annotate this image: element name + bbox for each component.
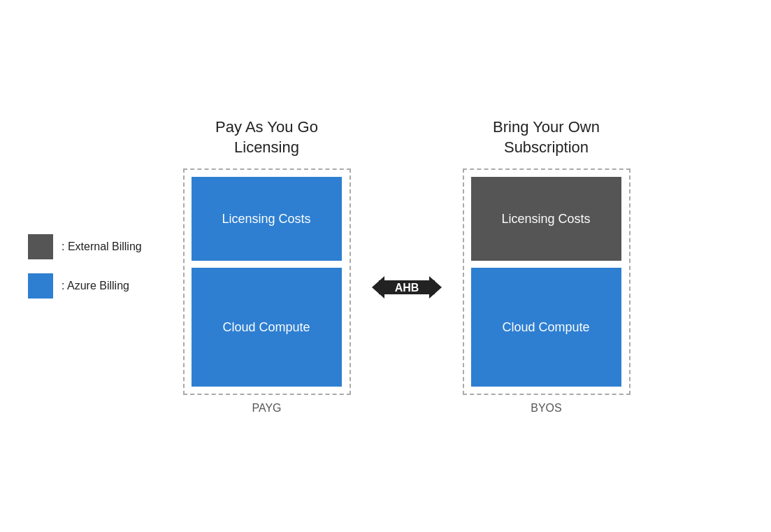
column-label-payg: PAYG (252, 402, 281, 415)
dashed-box-byos: Licensing Costs Cloud Compute (463, 168, 631, 395)
legend-item-azure: : Azure Billing (28, 273, 142, 299)
main-container: : External Billing : Azure Billing Pay A… (0, 0, 771, 532)
ahb-arrow-container: AHB (372, 266, 442, 308)
payg-licensing-block: Licensing Costs (192, 177, 342, 261)
legend-label-external: : External Billing (62, 240, 142, 253)
legend-item-external: : External Billing (28, 234, 142, 259)
column-payg: Pay As You GoLicensing Licensing Costs C… (183, 117, 351, 415)
ahb-arrow-svg: AHB (372, 266, 442, 308)
column-label-byos: BYOS (531, 402, 561, 415)
svg-marker-1 (372, 276, 384, 299)
legend-swatch-azure (28, 273, 53, 299)
svg-marker-2 (429, 276, 442, 299)
byos-compute-block: Cloud Compute (471, 268, 621, 387)
diagram: Pay As You GoLicensing Licensing Costs C… (183, 117, 631, 415)
column-byos: Bring Your OwnSubscription Licensing Cos… (463, 117, 631, 415)
column-title-byos: Bring Your OwnSubscription (493, 117, 600, 157)
legend-label-azure: : Azure Billing (62, 280, 129, 292)
payg-compute-block: Cloud Compute (192, 268, 342, 387)
column-title-payg: Pay As You GoLicensing (215, 117, 318, 157)
legend-swatch-external (28, 234, 53, 259)
dashed-box-payg: Licensing Costs Cloud Compute (183, 168, 351, 395)
byos-licensing-block: Licensing Costs (471, 177, 621, 261)
svg-text:AHB: AHB (394, 282, 419, 294)
legend: : External Billing : Azure Billing (28, 234, 142, 299)
